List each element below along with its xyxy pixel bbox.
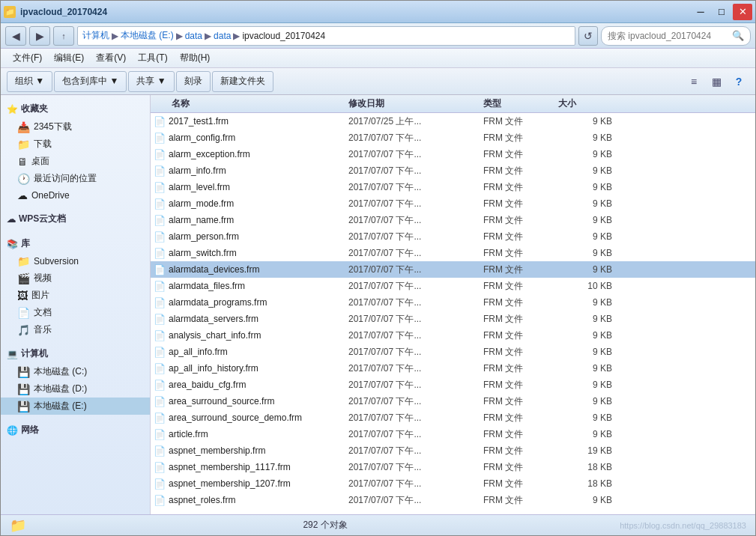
table-row[interactable]: 📄 alarmdata_servers.frm 2017/07/07 下午...… [151, 311, 755, 327]
table-row[interactable]: 📄 area_surround_source.frm 2017/07/07 下午… [151, 393, 755, 409]
menu-tools[interactable]: 工具(T) [132, 49, 173, 67]
sidebar-section-wps[interactable]: ☁ WPS云文档 [1, 210, 150, 228]
table-row[interactable]: 📄 area_baidu_cfg.frm 2017/07/07 下午... FR… [151, 377, 755, 393]
sidebar-item-drive-c[interactable]: 💾 本地磁盘 (C:) [1, 363, 150, 380]
window-title: ipvacloud_20170424 [20, 7, 691, 17]
file-type: FRM 文件 [483, 231, 558, 243]
sidebar-item-pictures[interactable]: 🖼 图片 [1, 287, 150, 304]
file-size: 9 KB [558, 495, 618, 505]
file-icon: 📄 [154, 363, 166, 374]
sidebar-item-drive-e[interactable]: 💾 本地磁盘 (E:) [1, 398, 150, 415]
help-button[interactable]: ? [728, 71, 749, 92]
breadcrumb-computer[interactable]: 计算机 [82, 29, 109, 42]
add-to-library-button[interactable]: 包含到库中 ▼ [54, 71, 127, 92]
table-row[interactable]: 📄 ap_all_info.frm 2017/07/07 下午... FRM 文… [151, 344, 755, 360]
file-name-text: alarm_exception.frm [169, 149, 250, 159]
minimize-button[interactable]: ─ [691, 4, 710, 20]
sidebar-item-video[interactable]: 🎬 视频 [1, 269, 150, 287]
menu-help[interactable]: 帮助(H) [174, 49, 217, 67]
breadcrumb-data2[interactable]: data [214, 31, 231, 41]
view-toggle-button[interactable]: ≡ [683, 71, 704, 92]
table-row[interactable]: 📄 alarm_config.frm 2017/07/07 下午... FRM … [151, 130, 755, 146]
table-row[interactable]: 📄 alarmdata_files.frm 2017/07/07 下午... F… [151, 278, 755, 294]
table-row[interactable]: 📄 alarmdata_programs.frm 2017/07/07 下午..… [151, 294, 755, 311]
sidebar-item-drive-d[interactable]: 💾 本地磁盘 (D:) [1, 380, 150, 398]
menu-view[interactable]: 查看(V) [90, 49, 132, 67]
table-row[interactable]: 📄 aspnet_membership.frm 2017/07/07 下午...… [151, 442, 755, 459]
file-size: 10 KB [558, 281, 618, 291]
breadcrumb-data1[interactable]: data [185, 31, 202, 41]
column-size-header[interactable]: 大小 [558, 97, 618, 110]
sidebar-section-favorites[interactable]: ⭐ 收藏夹 [1, 100, 150, 118]
column-type-header[interactable]: 类型 [483, 97, 558, 110]
forward-button[interactable]: ▶ [29, 26, 50, 46]
breadcrumb-drive[interactable]: 本地磁盘 (E:) [121, 29, 174, 42]
file-date: 2017/07/07 下午... [348, 181, 483, 194]
breadcrumb-current: ipvacloud_20170424 [242, 31, 325, 41]
table-row[interactable]: 📄 ap_all_info_history.frm 2017/07/07 下午.… [151, 360, 755, 377]
file-name-text: alarm_name.frm [169, 215, 234, 225]
file-type: FRM 文件 [483, 362, 558, 375]
file-type: FRM 文件 [483, 412, 558, 424]
table-row[interactable]: 📄 aspnet_membership_1207.frm 2017/07/07 … [151, 475, 755, 492]
sidebar-section-computer[interactable]: 💻 计算机 [1, 344, 150, 363]
file-size: 9 KB [558, 396, 618, 406]
breadcrumb[interactable]: 计算机 ▶ 本地磁盘 (E:) ▶ data ▶ data ▶ ipvaclou… [77, 26, 575, 46]
file-icon: 📄 [154, 347, 166, 358]
documents-icon: 📄 [17, 307, 30, 319]
table-row[interactable]: 📄 aspnet_membership_1117.frm 2017/07/07 … [151, 459, 755, 475]
file-size: 9 KB [558, 330, 618, 341]
sidebar-item-subversion[interactable]: 📁 Subversion [1, 253, 150, 269]
sidebar-section-network[interactable]: 🌐 网络 [1, 421, 150, 439]
column-name-header[interactable]: 名称 [154, 97, 348, 110]
video-icon: 🎬 [17, 272, 30, 284]
sidebar-item-desktop[interactable]: 🖥 桌面 [1, 153, 150, 170]
organize-button[interactable]: 组织 ▼ [7, 71, 52, 92]
file-type: FRM 文件 [483, 494, 558, 507]
column-date-header[interactable]: 修改日期 [348, 97, 483, 110]
sidebar-item-recent[interactable]: 🕐 最近访问的位置 [1, 170, 150, 187]
new-folder-button[interactable]: 新建文件夹 [212, 71, 273, 92]
sidebar-item-label: 视频 [34, 272, 52, 284]
sidebar-item-music[interactable]: 🎵 音乐 [1, 321, 150, 338]
table-row[interactable]: 📄 article.frm 2017/07/07 下午... FRM 文件 9 … [151, 426, 755, 442]
table-row[interactable]: 📄 alarm_name.frm 2017/07/07 下午... FRM 文件… [151, 212, 755, 228]
file-icon: 📄 [154, 281, 166, 292]
table-row[interactable]: 📄 analysis_chart_info.frm 2017/07/07 下午.… [151, 327, 755, 344]
sidebar-item-2345download[interactable]: 📥 2345下载 [1, 118, 150, 135]
back-button[interactable]: ◀ [5, 26, 26, 46]
search-input[interactable] [608, 31, 729, 41]
menu-file[interactable]: 文件(F) [7, 49, 48, 67]
file-size: 9 KB [558, 116, 618, 127]
table-row[interactable]: 📄 alarmdata_devices.frm 2017/07/07 下午...… [151, 261, 755, 278]
close-button[interactable]: ✕ [733, 4, 752, 20]
sidebar-item-download[interactable]: 📁 下载 [1, 135, 150, 153]
preview-pane-button[interactable]: ▦ [706, 71, 727, 92]
burn-button[interactable]: 刻录 [176, 71, 211, 92]
menu-edit[interactable]: 编辑(E) [48, 49, 90, 67]
file-icon: 📄 [154, 215, 166, 226]
refresh-button[interactable]: ↺ [578, 26, 598, 46]
share-button[interactable]: 共享 ▼ [128, 71, 174, 92]
maximize-button[interactable]: □ [712, 4, 731, 20]
search-box[interactable]: 🔍 [601, 26, 751, 46]
sidebar-item-onedrive[interactable]: ☁ OneDrive [1, 187, 150, 204]
table-row[interactable]: 📄 alarm_mode.frm 2017/07/07 下午... FRM 文件… [151, 195, 755, 212]
table-row[interactable]: 📄 aspnet_roles.frm 2017/07/07 下午... FRM … [151, 492, 755, 508]
file-type: FRM 文件 [483, 115, 558, 128]
file-date: 2017/07/07 下午... [348, 231, 483, 243]
up-button[interactable]: ↑ [53, 26, 74, 46]
file-name-text: article.frm [169, 429, 208, 439]
table-row[interactable]: 📄 alarm_person.frm 2017/07/07 下午... FRM … [151, 228, 755, 245]
table-row[interactable]: 📄 area_surround_source_demo.frm 2017/07/… [151, 409, 755, 426]
file-name-text: aspnet_roles.frm [169, 495, 235, 505]
table-row[interactable]: 📄 alarm_info.frm 2017/07/07 下午... FRM 文件… [151, 162, 755, 179]
table-row[interactable]: 📄 2017_test1.frm 2017/07/25 上午... FRM 文件… [151, 113, 755, 130]
file-size: 9 KB [558, 347, 618, 357]
sidebar-item-documents[interactable]: 📄 文档 [1, 304, 150, 321]
table-row[interactable]: 📄 alarm_exception.frm 2017/07/07 下午... F… [151, 146, 755, 162]
sidebar-section-library[interactable]: 📚 库 [1, 234, 150, 253]
file-type: FRM 文件 [483, 181, 558, 194]
table-row[interactable]: 📄 alarm_switch.frm 2017/07/07 下午... FRM … [151, 245, 755, 261]
table-row[interactable]: 📄 alarm_level.frm 2017/07/07 下午... FRM 文… [151, 179, 755, 195]
